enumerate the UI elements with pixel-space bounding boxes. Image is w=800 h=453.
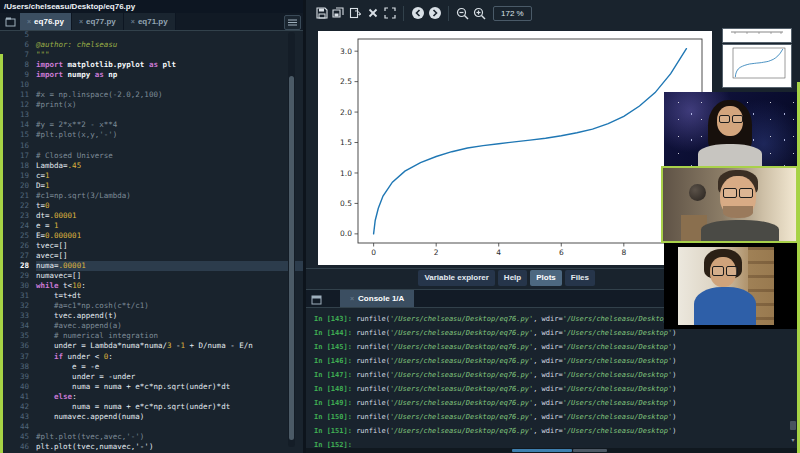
code-line-19[interactable]: 19c=1	[0, 171, 303, 181]
scrollbar-thumb-gray[interactable]	[573, 449, 607, 452]
code-line-6[interactable]: 6@author: chelseasu	[0, 40, 303, 50]
code-line-22[interactable]: 22t=0	[0, 201, 303, 211]
code-line-44[interactable]: 44	[0, 422, 303, 432]
code-line-31[interactable]: 31 t=t+dt	[0, 291, 303, 301]
line-number: 11	[0, 90, 36, 100]
panel-tab-plots[interactable]: Plots	[530, 270, 562, 286]
code-line-28[interactable]: 28numa=.00001	[0, 261, 303, 271]
editor-scrollbar[interactable]	[288, 32, 295, 447]
tab-close-icon[interactable]: ×	[131, 18, 135, 25]
fit-plot-icon[interactable]	[381, 5, 398, 22]
code-line-24[interactable]: 24e = 1	[0, 221, 303, 231]
browse-tabs-icon[interactable]	[3, 15, 17, 28]
code-line-17[interactable]: 17# Closed Universe	[0, 151, 303, 161]
code-line-21[interactable]: 21#c1=np.sqrt(3/Lambda)	[0, 191, 303, 201]
code-line-9[interactable]: 9import numpy as np	[0, 70, 303, 80]
tab-close-icon[interactable]: ×	[27, 18, 31, 25]
code-line-14[interactable]: 14#y = 2*x**2 - x**4	[0, 120, 303, 130]
code-line-20[interactable]: 20D=1	[0, 181, 303, 191]
code-line-29[interactable]: 29numavec=[]	[0, 271, 303, 281]
code-line-30[interactable]: 30while t<10:	[0, 281, 303, 291]
code-line-34[interactable]: 34 #avec.append(a)	[0, 321, 303, 331]
next-plot-icon[interactable]	[426, 5, 443, 22]
line-number: 29	[0, 271, 36, 281]
line-number: 40	[0, 382, 36, 392]
line-number: 23	[0, 211, 36, 221]
panel-icon[interactable]	[309, 293, 323, 306]
code-line-27[interactable]: 27avec=[]	[0, 251, 303, 261]
code-line-18[interactable]: 18Lambda=.45	[0, 161, 303, 171]
editor-tab-eq76.py[interactable]: ×eq76.py	[20, 13, 72, 30]
code-line-26[interactable]: 26tvec=[]	[0, 241, 303, 251]
scrollbar-down-arrow-icon[interactable]: ▾	[789, 436, 797, 445]
screen-share-border-left	[0, 54, 3, 453]
webcam-participant-2-active-speaker[interactable]	[661, 166, 798, 243]
code-line-7[interactable]: 7"""	[0, 50, 303, 60]
line-number: 19	[0, 171, 36, 181]
zoom-level-indicator[interactable]: 172 %	[493, 6, 532, 21]
editor-tab-eq77.py[interactable]: ×eq77.py	[72, 13, 124, 30]
editor-tab-eq71.py[interactable]: ×eq71.py	[124, 13, 176, 30]
console-scrollbar[interactable]: ▾	[789, 421, 797, 445]
webcam-participant-1[interactable]	[664, 92, 797, 166]
editor-options-menu-icon[interactable]	[284, 15, 301, 30]
code-line-36[interactable]: 36 under = Lambda*numa*numa/3 -1 + D/num…	[0, 341, 303, 351]
code-line-15[interactable]: 15#plt.plot(x,y,'-')	[0, 130, 303, 140]
code-line-46[interactable]: 46plt.plot(tvec,numavec,'-')	[0, 442, 303, 452]
code-line-43[interactable]: 43 numavec.append(numa)	[0, 412, 303, 422]
code-line-23[interactable]: 23dt=.00001	[0, 211, 303, 221]
code-text: numavec.append(numa)	[36, 412, 303, 422]
code-line-10[interactable]: 10	[0, 80, 303, 90]
scrollbar-thumb-blue[interactable]	[512, 449, 572, 452]
code-line-12[interactable]: 12#print(x)	[0, 100, 303, 110]
code-line-42[interactable]: 42 numa = numa + e*c*np.sqrt(under)*dt	[0, 402, 303, 412]
participant-1-figure	[664, 92, 797, 166]
code-line-25[interactable]: 25E=0.000001	[0, 231, 303, 241]
console-tab[interactable]: × Console 1/A	[340, 290, 414, 307]
save-plot-icon[interactable]	[313, 5, 330, 22]
editor-pane: /Users/chelseasu/Desktop/eq76.py ×eq76.p…	[0, 0, 303, 453]
code-line-45[interactable]: 45#plt.plot(tvec,avec,'-')	[0, 432, 303, 442]
editor-scrollbar-thumb[interactable]	[289, 76, 294, 440]
webcam-participant-3[interactable]	[664, 243, 797, 329]
code-editor[interactable]: 56@author: chelseasu7"""8import matplotl…	[0, 30, 303, 453]
panel-tab-variable-explorer[interactable]: Variable explorer	[418, 270, 494, 286]
code-line-33[interactable]: 33 tvec.append(t)	[0, 311, 303, 321]
console-output[interactable]: In [143]: runfile('/Users/chelseasu/Desk…	[306, 308, 800, 448]
line-number: 45	[0, 432, 36, 442]
plot-thumbnail-previous[interactable]	[722, 28, 792, 43]
remove-plot-icon[interactable]	[364, 5, 381, 22]
previous-plot-icon[interactable]	[409, 5, 426, 22]
code-line-38[interactable]: 38 e = -e	[0, 362, 303, 372]
console-horizontal-scrollbar[interactable]	[306, 448, 800, 453]
save-all-plots-icon[interactable]	[330, 5, 347, 22]
panel-tab-help[interactable]: Help	[498, 270, 527, 286]
line-number: 18	[0, 161, 36, 171]
code-line-39[interactable]: 39 under = -under	[0, 372, 303, 382]
copy-plot-icon[interactable]	[347, 5, 364, 22]
code-line-35[interactable]: 35 # numerical integration	[0, 331, 303, 341]
code-line-37[interactable]: 37 if under < 0:	[0, 352, 303, 362]
code-text: numavec=[]	[36, 271, 303, 281]
code-line-32[interactable]: 32 #a=c1*np.cosh(c*t/c1)	[0, 301, 303, 311]
code-line-5[interactable]: 5	[0, 30, 303, 40]
code-line-11[interactable]: 11#x = np.linspace(-2.0,2,100)	[0, 90, 303, 100]
console-line-145: In [145]: runfile('/Users/chelseasu/Desk…	[314, 340, 800, 354]
tab-close-icon[interactable]: ×	[79, 18, 83, 25]
plot-thumbnail-current[interactable]	[722, 44, 792, 88]
zoom-out-icon[interactable]	[454, 5, 471, 22]
code-line-13[interactable]: 13	[0, 110, 303, 120]
code-line-8[interactable]: 8import matplotlib.pyplot as plt	[0, 60, 303, 70]
console-input-prompt[interactable]: In [152]:	[314, 438, 800, 448]
participant-2-figure	[663, 168, 796, 241]
code-line-16[interactable]: 16	[0, 141, 303, 151]
code-line-41[interactable]: 41 else:	[0, 392, 303, 402]
console-tab-close-icon[interactable]: ×	[350, 295, 354, 302]
code-line-40[interactable]: 40 numa = numa + e*c*np.sqrt(under)*dt	[0, 382, 303, 392]
code-text: e = 1	[36, 221, 303, 231]
panel-tab-files[interactable]: Files	[565, 270, 595, 286]
console-scrollbar-thumb[interactable]	[790, 421, 796, 430]
line-number: 44	[0, 422, 36, 432]
console-line-147: In [147]: runfile('/Users/chelseasu/Desk…	[314, 368, 800, 382]
zoom-in-icon[interactable]	[471, 5, 488, 22]
